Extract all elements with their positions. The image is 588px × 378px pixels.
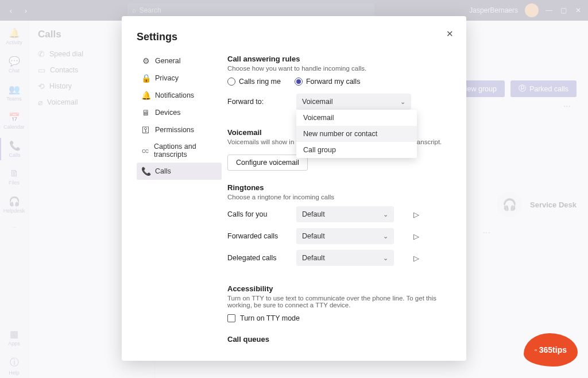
settings-content: Call answering rules Choose how you want… bbox=[227, 52, 450, 346]
queues-title: Call queues bbox=[227, 335, 448, 344]
captions-icon: ㏄ bbox=[141, 145, 149, 156]
queues-sub: Choose whether or not to receive calls f… bbox=[227, 345, 448, 346]
forward-dropdown: Voicemail New number or contact Call gro… bbox=[296, 110, 417, 158]
key-icon: ⚿ bbox=[141, 125, 150, 134]
ringtone-calls-select[interactable]: Default⌄ bbox=[296, 206, 394, 222]
tty-label: Turn on TTY mode bbox=[240, 314, 300, 322]
chevron-down-icon: ⌄ bbox=[383, 233, 388, 240]
chevron-down-icon: ⌄ bbox=[383, 211, 388, 218]
gear-icon: ⚙ bbox=[141, 56, 150, 65]
play-icon[interactable]: ▷ bbox=[411, 254, 421, 263]
chevron-down-icon: ⌄ bbox=[383, 254, 388, 262]
ringtone-calls-label: Calls for you bbox=[227, 210, 279, 218]
play-icon[interactable]: ▷ bbox=[411, 232, 421, 241]
radio-forward-my-calls[interactable]: Forward my calls bbox=[295, 78, 360, 86]
radio-calls-ring-me[interactable]: Calls ring me bbox=[227, 78, 281, 86]
nav-captions[interactable]: ㏄Captions and transcripts bbox=[137, 138, 222, 163]
settings-nav: ⚙General 🔒Privacy 🔔Notifications 🖥Device… bbox=[137, 52, 222, 346]
answering-sub: Choose how you want to handle incoming c… bbox=[227, 65, 448, 72]
ringtone-forwarded-select[interactable]: Default⌄ bbox=[296, 228, 394, 244]
answering-title: Call answering rules bbox=[227, 55, 448, 63]
close-icon[interactable]: ✕ bbox=[446, 29, 454, 39]
forward-to-label: Forward to: bbox=[227, 98, 279, 106]
nav-devices[interactable]: 🖥Devices bbox=[137, 104, 222, 121]
ringtone-delegated-select[interactable]: Default⌄ bbox=[296, 250, 394, 266]
ringtone-forwarded-label: Forwarded calls bbox=[227, 232, 279, 240]
accessibility-title: Accessibility bbox=[227, 284, 448, 293]
dropdown-option-call-group[interactable]: Call group bbox=[296, 142, 417, 158]
ringtones-sub: Choose a ringtone for incoming calls bbox=[227, 194, 448, 200]
ringtone-delegated-label: Delegated calls bbox=[227, 254, 279, 262]
dropdown-option-voicemail[interactable]: Voicemail bbox=[296, 110, 417, 126]
ringtones-title: Ringtones bbox=[227, 183, 448, 192]
nav-calls[interactable]: 📞Calls bbox=[137, 163, 222, 180]
nav-permissions[interactable]: ⚿Permissions bbox=[137, 121, 222, 138]
bell-icon: 🔔 bbox=[141, 91, 150, 100]
chevron-down-icon: ⌄ bbox=[400, 98, 405, 106]
dropdown-option-new-number[interactable]: New number or contact bbox=[296, 126, 417, 142]
devices-icon: 🖥 bbox=[141, 108, 150, 117]
settings-title: Settings bbox=[137, 31, 450, 43]
nav-privacy[interactable]: 🔒Privacy bbox=[137, 70, 222, 87]
configure-voicemail-button[interactable]: Configure voicemail bbox=[227, 155, 308, 171]
settings-modal: ✕ Settings ⚙General 🔒Privacy 🔔Notificati… bbox=[122, 16, 466, 361]
forward-to-select[interactable]: Voicemail ⌄ Voicemail New number or cont… bbox=[296, 94, 411, 110]
tty-checkbox[interactable] bbox=[227, 314, 235, 322]
nav-general[interactable]: ⚙General bbox=[137, 52, 222, 70]
lock-icon: 🔒 bbox=[141, 74, 150, 83]
nav-notifications[interactable]: 🔔Notifications bbox=[137, 87, 222, 104]
phone-icon: 📞 bbox=[141, 167, 150, 176]
accessibility-sub: Turn on TTY to use text to communicate o… bbox=[227, 295, 448, 308]
play-icon[interactable]: ▷ bbox=[411, 210, 421, 219]
